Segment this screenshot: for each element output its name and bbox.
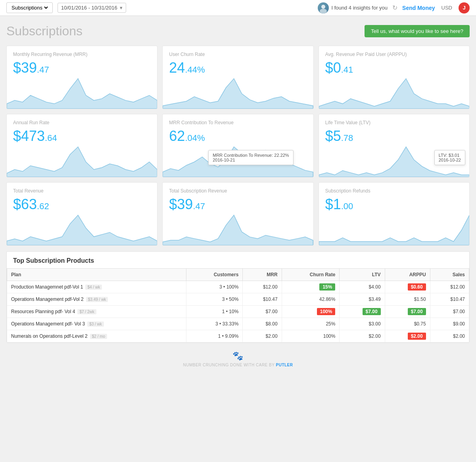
metric-value: 62.04%	[169, 128, 307, 144]
metric-value: $39.47	[13, 60, 151, 76]
metric-card-arr[interactable]: Annual Run Rate$473.64	[6, 114, 157, 177]
sales-cell: $2.00	[430, 330, 469, 343]
page-content: Subscriptions Tell us, what would you li…	[0, 16, 476, 383]
table-header: MRR	[243, 269, 282, 281]
churn-rate-cell: 42.86%	[282, 293, 340, 306]
metric-card-churn[interactable]: User Churn Rate24.44%	[162, 46, 313, 109]
arppu-cell: $7.00	[385, 306, 430, 318]
customers-cell: 3 • 50%	[186, 293, 242, 306]
insights-text: I found 4 insights for you	[331, 5, 388, 11]
footer-brand: PUTLER	[276, 363, 293, 367]
churn-rate-cell: 25%	[282, 318, 340, 330]
metrics-grid: Monthly Recurring Revenue (MRR)$39.47Use…	[6, 46, 470, 246]
customers-cell: 1 • 10%	[186, 306, 242, 318]
subscriptions-dropdown[interactable]: Subscriptions	[6, 2, 53, 13]
svg-point-1	[320, 9, 327, 13]
metric-card-refunds[interactable]: Subscription Refunds$1.00	[319, 182, 470, 246]
table-header: ARPPU	[385, 269, 430, 281]
metric-value: $5.78	[325, 128, 463, 144]
avatar	[318, 2, 329, 13]
plan-name-cell: Resources Planning pdf- Vol 4$7 / 2wk	[7, 306, 186, 318]
footer: 🐾 NUMBER CRUNCHING DONE WITH CARE BY PUT…	[6, 343, 470, 375]
metric-card-mrr_contrib[interactable]: MRR Contribution To Revenue62.04%MRR Con…	[162, 114, 313, 177]
metric-tooltip: MRR Contribution To Revenue: 22.22%2016-…	[208, 150, 293, 165]
currency-label: USD	[441, 5, 452, 11]
metric-label: Annual Run Rate	[13, 120, 151, 125]
metric-card-ltv[interactable]: Life Time Value (LTV)$5.78LTV: $3.012016…	[319, 114, 470, 177]
sales-cell: $10.47	[430, 293, 469, 306]
insights-area: I found 4 insights for you	[318, 2, 388, 13]
plan-name-cell: Numerals on Operations pdf-Level 2$2 / m…	[7, 330, 186, 343]
ltv-cell: $3.00	[340, 318, 385, 330]
metric-chart	[7, 145, 157, 177]
arppu-cell: $0.60	[385, 281, 430, 293]
page-title: Subscriptions	[6, 24, 83, 38]
topbar: Subscriptions 10/01/2016 - 10/31/2016 ▾ …	[0, 0, 476, 16]
metric-value: $63.62	[13, 196, 151, 213]
metric-chart	[163, 214, 313, 245]
sales-cell: $12.00	[430, 281, 469, 293]
metric-card-total_rev[interactable]: Total Revenue$63.62	[6, 182, 157, 246]
table-header: Plan	[7, 269, 186, 281]
churn-rate-cell: 100%	[282, 306, 340, 318]
table-row[interactable]: Numerals on Operations pdf-Level 2$2 / m…	[7, 330, 469, 343]
metric-chart	[319, 77, 469, 109]
metric-card-mrr[interactable]: Monthly Recurring Revenue (MRR)$39.47	[6, 46, 157, 109]
metric-label: Monthly Recurring Revenue (MRR)	[13, 52, 151, 57]
customers-cell: 1 • 9.09%	[186, 330, 242, 343]
table-row[interactable]: Resources Planning pdf- Vol 4$7 / 2wk1 •…	[7, 306, 469, 318]
subscription-table: PlanCustomersMRRChurn RateLTVARPPUSalesP…	[7, 268, 469, 343]
metric-card-arppu[interactable]: Avg. Revenue Per Paid User (ARPPU)$0.41	[319, 46, 470, 109]
sales-cell: $9.00	[430, 318, 469, 330]
ltv-cell: $4.00	[340, 281, 385, 293]
ltv-cell: $3.49	[340, 293, 385, 306]
metric-label: MRR Contribution To Revenue	[169, 120, 307, 125]
metric-chart	[163, 77, 313, 109]
metric-value: 24.44%	[169, 60, 307, 76]
metric-label: Avg. Revenue Per Paid User (ARPPU)	[325, 52, 463, 57]
footer-icon: 🐾	[14, 351, 462, 361]
footer-text: NUMBER CRUNCHING DONE WITH CARE BY	[183, 363, 275, 367]
table-header: LTV	[340, 269, 385, 281]
mrr-cell: $2.00	[243, 330, 282, 343]
table-row[interactable]: Production Managemnet pdf-Vol 1$4 / wk3 …	[7, 281, 469, 293]
table-header: Customers	[186, 269, 242, 281]
churn-rate-cell: 100%	[282, 330, 340, 343]
metric-chart	[7, 214, 157, 245]
customers-cell: 3 • 100%	[186, 281, 242, 293]
sales-cell: $7.00	[430, 306, 469, 318]
mrr-cell: $8.00	[243, 318, 282, 330]
table-row[interactable]: Operations Management pdf-Vol 2$3.49 / w…	[7, 293, 469, 306]
metric-card-sub_rev[interactable]: Total Subscription Revenue$39.47	[162, 182, 313, 246]
arppu-cell: $1.50	[385, 293, 430, 306]
svg-point-0	[321, 5, 325, 9]
metric-label: Total Revenue	[13, 188, 151, 194]
metric-label: Subscription Refunds	[325, 188, 463, 194]
churn-rate-cell: 15%	[282, 281, 340, 293]
customers-cell: 3 • 33.33%	[186, 318, 242, 330]
metric-label: Life Time Value (LTV)	[325, 120, 463, 125]
table-title: Top Subscription Products	[7, 252, 469, 268]
date-range-picker[interactable]: 10/01/2016 - 10/31/2016 ▾	[58, 3, 126, 13]
table-row[interactable]: Operations Management pdf- Vol 3$3 / wk3…	[7, 318, 469, 330]
metric-label: Total Subscription Revenue	[169, 188, 307, 194]
mrr-cell: $12.00	[243, 281, 282, 293]
metric-value: $39.47	[169, 196, 307, 213]
metric-value: $0.41	[325, 60, 463, 76]
metric-chart	[319, 214, 469, 245]
metric-value: $1.00	[325, 196, 463, 213]
metric-value: $473.64	[13, 128, 151, 144]
date-range-caret-icon: ▾	[120, 5, 123, 11]
page-header: Subscriptions Tell us, what would you li…	[6, 24, 470, 38]
metric-label: User Churn Rate	[169, 52, 307, 57]
send-money-button[interactable]: Send Money	[402, 5, 435, 11]
tell-us-button[interactable]: Tell us, what would you like to see here…	[365, 25, 470, 37]
metric-chart	[7, 77, 157, 109]
table-header: Sales	[430, 269, 469, 281]
mrr-cell: $7.00	[243, 306, 282, 318]
view-select[interactable]: Subscriptions	[10, 4, 49, 11]
table-section: Top Subscription Products PlanCustomersM…	[6, 251, 470, 343]
refresh-icon[interactable]: ↻	[392, 4, 397, 12]
user-avatar-badge[interactable]: J	[459, 2, 470, 13]
mrr-cell: $10.47	[243, 293, 282, 306]
